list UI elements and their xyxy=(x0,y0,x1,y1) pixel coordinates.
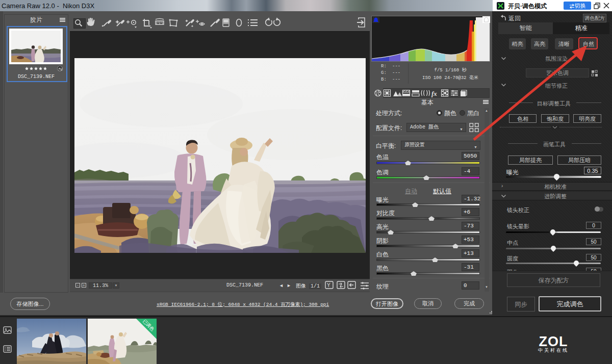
svg-text:fx: fx xyxy=(431,90,437,97)
svg-text:Y: Y xyxy=(327,282,330,288)
